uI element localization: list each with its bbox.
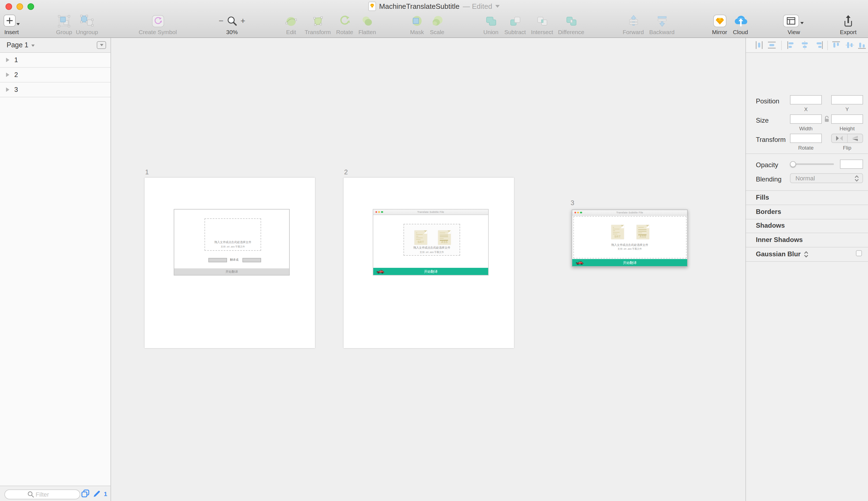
lock-icon[interactable] <box>824 116 829 122</box>
toolbar-subtract[interactable]: Subtract <box>502 13 528 35</box>
wireframe-window[interactable]: 拖入文件或点击此处选择文件 支持 .srt .ass 字幕文件 翻译成 开始翻译 <box>174 209 290 276</box>
position-x-input[interactable] <box>790 95 822 105</box>
subtract-icon <box>509 13 521 29</box>
borders-section-header[interactable]: Borders <box>756 208 781 216</box>
toolbar-zoom: − + 30% <box>214 13 250 35</box>
align-left-icon[interactable] <box>786 41 795 50</box>
drop-zone-subtext: 支持 .srt .ass 字幕文件 <box>404 250 459 253</box>
layer-row-artboard-3[interactable]: 3 <box>0 83 110 97</box>
inner-shadows-section-header[interactable]: Inner Shadows <box>756 236 803 244</box>
shadows-section-header[interactable]: Shadows <box>756 222 785 229</box>
start-translate-button[interactable]: 开始翻译 <box>373 268 488 275</box>
layer-row-artboard-2[interactable]: 2 <box>0 68 110 83</box>
toolbar-create-symbol-label: Create Symbol <box>139 29 177 35</box>
toolbar-edit[interactable]: Edit <box>285 13 297 35</box>
opacity-slider-knob[interactable] <box>790 161 796 167</box>
disclosure-icon[interactable] <box>6 58 9 62</box>
artboard-1-label[interactable]: 1 <box>145 168 149 176</box>
width-label: Width <box>790 125 822 131</box>
toolbar-scale[interactable]: Scale <box>430 13 444 35</box>
pages-panel-icon[interactable] <box>82 489 90 498</box>
zoom-out-button[interactable]: − <box>218 17 224 25</box>
source-language-box[interactable] <box>208 258 227 262</box>
align-top-icon[interactable] <box>832 41 840 50</box>
x-label: X <box>790 106 822 112</box>
toolbar-mirror-label: Mirror <box>712 29 727 35</box>
position-y-input[interactable] <box>831 95 863 105</box>
filter-field[interactable] <box>4 489 80 499</box>
toolbar-rotate[interactable]: Rotate <box>334 13 355 35</box>
drop-zone[interactable]: SRT ASS 拖入文件或点击此处选择文件 支持 .srt .ass 字幕文件 <box>572 216 687 259</box>
toolbar-ungroup[interactable]: Ungroup <box>76 13 98 35</box>
artboard-3[interactable]: Translate Subtitle File SRT ASS <box>572 210 688 267</box>
rotate-input[interactable] <box>790 134 822 143</box>
ass-label: ASS <box>438 240 451 244</box>
gaussian-blur-section-header[interactable]: Gaussian Blur <box>756 250 809 258</box>
stepper-chevrons-icon <box>804 250 809 258</box>
start-translate-button[interactable]: 开始翻译 <box>572 259 687 266</box>
align-right-icon[interactable] <box>815 41 824 50</box>
toolbar-forward[interactable]: Forward <box>621 13 645 35</box>
toolbar-view[interactable]: View <box>782 13 806 35</box>
app-window-mock[interactable]: Translate Subtitle File SRT <box>373 209 489 276</box>
toolbar-insert[interactable]: Insert <box>3 13 20 35</box>
title-caret-icon[interactable] <box>496 5 500 8</box>
artboard-2-label[interactable]: 2 <box>344 168 348 176</box>
align-center-horizontal-icon[interactable] <box>800 41 809 50</box>
srt-file-icon[interactable]: SRT <box>611 225 624 239</box>
zoom-in-button[interactable]: + <box>240 17 246 25</box>
toolbar-flatten[interactable]: Flatten <box>356 13 378 35</box>
zoom-level[interactable]: 30% <box>226 29 238 35</box>
blending-select[interactable]: Normal <box>790 173 863 183</box>
toolbar-cloud[interactable]: Cloud <box>731 13 750 35</box>
flip-vertical-button[interactable] <box>847 134 862 142</box>
target-language-box[interactable] <box>242 258 261 262</box>
ass-file-icon[interactable]: ASS <box>438 231 451 245</box>
toolbar-backward[interactable]: Backward <box>648 13 676 35</box>
filter-input[interactable] <box>4 489 80 499</box>
artboard-1[interactable]: 拖入文件或点击此处选择文件 支持 .srt .ass 字幕文件 翻译成 开始翻译 <box>144 178 315 348</box>
page-list-button[interactable] <box>97 41 106 49</box>
translate-to-label: 翻译成 <box>228 258 241 262</box>
artboard-2[interactable]: Translate Subtitle File SRT <box>344 178 514 348</box>
layer-row-artboard-1[interactable]: 1 <box>0 53 110 68</box>
toolbar-mask[interactable]: Mask <box>410 13 424 35</box>
srt-file-icon[interactable]: SRT <box>414 231 427 245</box>
toolbar-transform-label: Transform <box>305 29 331 35</box>
toolbar-export[interactable]: Export <box>837 13 860 35</box>
fills-section-header[interactable]: Fills <box>756 194 769 201</box>
opacity-slider-track[interactable] <box>791 163 834 165</box>
mock-window-title: Translate Subtitle File <box>417 211 444 213</box>
ass-file-icon[interactable]: ASS <box>637 225 649 239</box>
align-middle-vertical-icon[interactable] <box>845 41 854 50</box>
toolbar-union[interactable]: Union <box>480 13 501 35</box>
size-width-input[interactable] <box>790 114 822 124</box>
toolbar-group[interactable]: Group <box>56 13 72 35</box>
toolbar-intersect[interactable]: Intersect <box>529 13 555 35</box>
page-selector[interactable]: Page 1 <box>0 38 110 53</box>
blending-label: Blending <box>756 175 781 183</box>
start-translate-button[interactable]: 开始翻译 <box>174 268 289 275</box>
gaussian-blur-checkbox[interactable] <box>856 250 862 256</box>
toolbar-mirror[interactable]: Mirror <box>710 13 729 35</box>
toolbar-transform[interactable]: Transform <box>303 13 332 35</box>
drop-zone[interactable]: 拖入文件或点击此处选择文件 支持 .srt .ass 字幕文件 <box>205 218 261 251</box>
toolbar-create-symbol[interactable]: Create Symbol <box>138 13 178 35</box>
disclosure-icon[interactable] <box>6 73 9 77</box>
distribute-vertically-icon[interactable] <box>767 41 776 50</box>
toolbar-difference[interactable]: Difference <box>556 13 586 35</box>
language-row: 翻译成 <box>174 258 289 262</box>
mock-window-title: Translate Subtitle File <box>616 211 643 214</box>
artboard-3-label[interactable]: 3 <box>571 199 574 207</box>
position-label: Position <box>756 97 779 105</box>
disclosure-icon[interactable] <box>6 87 9 92</box>
align-bottom-icon[interactable] <box>858 41 866 50</box>
pencil-icon[interactable] <box>93 490 101 498</box>
distribute-horizontally-icon[interactable] <box>755 41 763 50</box>
size-height-input[interactable] <box>831 114 863 124</box>
flip-horizontal-button[interactable] <box>832 134 847 142</box>
opacity-value-input[interactable] <box>840 159 863 169</box>
drop-zone[interactable]: SRT ASS 拖入文件或点击此处选择文件 支持 .srt .ass 字幕文件 <box>403 224 460 256</box>
document-edited-state: — Edited <box>463 2 492 10</box>
scale-icon <box>431 13 443 29</box>
